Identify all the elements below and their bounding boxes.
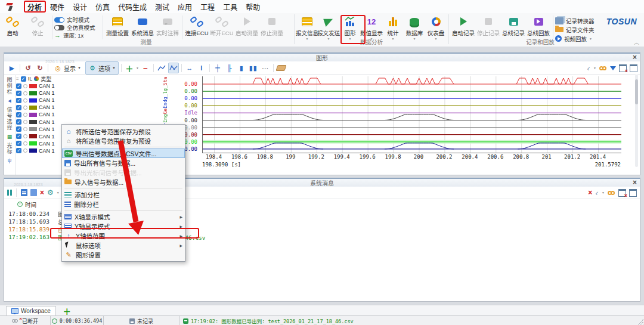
analysis-button-6[interactable]: 仪表盘▼ <box>425 14 447 40</box>
add-signal-button[interactable]: ＋ <box>124 63 135 73</box>
menu-item-15[interactable]: ✎图形设置 <box>62 250 185 259</box>
analysis-button-5[interactable]: 数据库▼ <box>404 14 425 40</box>
redo-icon[interactable]: ↻ <box>35 63 45 73</box>
signal-row-7[interactable]: ✓CAN 1 <box>15 133 66 140</box>
checkbox-checked-icon[interactable]: ✓ <box>16 112 21 117</box>
filter-icon[interactable] <box>610 66 616 70</box>
bus-replay-button[interactable]: 总线回放 <box>526 14 551 37</box>
system-message-button[interactable]: 系统消息 <box>130 14 155 37</box>
signal-plot[interactable] <box>202 76 621 153</box>
display-dropdown[interactable]: ◎ 显示 ▼ <box>51 61 84 75</box>
start-button[interactable]: 启动 <box>0 14 25 37</box>
clear-log-icon[interactable]: × <box>40 188 44 197</box>
checkbox-unchecked-icon[interactable] <box>23 113 27 117</box>
spline-mode-icon[interactable] <box>168 63 179 73</box>
dock-window-icon[interactable] <box>629 189 637 197</box>
pan-icon[interactable]: ╟ <box>224 63 235 73</box>
menu-item-9[interactable]: 删除分栏 <box>62 199 185 209</box>
gear-icon[interactable]: ⚙ <box>47 188 54 197</box>
disconnect-ecu-button[interactable]: 断开ECU <box>209 14 234 37</box>
checkbox-unchecked-icon[interactable] <box>23 98 27 103</box>
copy-log-icon[interactable] <box>30 189 37 196</box>
wrench-icon[interactable]: ⌐ <box>593 189 600 196</box>
menu-tab-0[interactable]: 分析 <box>23 0 46 14</box>
menu-tab-6[interactable]: 应用 <box>174 0 196 14</box>
checkbox-unchecked-icon[interactable] <box>23 134 27 138</box>
signal-row-5[interactable]: ✓CAN 1 <box>15 118 66 125</box>
menu-item-4[interactable]: 导出所有信号与数据... <box>62 158 185 168</box>
line-mode-icon[interactable] <box>156 63 167 73</box>
options-dropdown[interactable]: ⚙ 选项 ▼ <box>85 61 119 75</box>
pause-icon[interactable] <box>7 190 12 196</box>
time-column-header[interactable]: 时间 <box>25 200 36 209</box>
checkbox-unchecked-icon[interactable] <box>23 106 27 110</box>
checkbox-unchecked-icon[interactable] <box>23 141 27 146</box>
menu-item-6[interactable]: 导入信号与数据... <box>62 177 185 187</box>
add-workspace-button[interactable]: ＋ <box>63 305 71 317</box>
more-icon[interactable]: ⋯ <box>260 63 271 73</box>
menu-item-0[interactable]: ⌂将所选信号范围保存为预设 <box>62 126 185 136</box>
bus-record-button[interactable]: 总线记录 <box>501 14 526 37</box>
export-log-icon[interactable] <box>21 189 27 196</box>
signal-row-8[interactable]: ✓CAN 1 <box>15 140 66 147</box>
close-window-icon[interactable] <box>618 189 626 197</box>
crosshair-icon[interactable]: ╪ <box>212 63 223 73</box>
measurement-setup-button[interactable]: 测量设置 <box>105 14 130 37</box>
analysis-button-1[interactable]: 报文发送▼ <box>318 14 339 40</box>
checkbox-checked-icon[interactable]: ✓ <box>16 119 21 125</box>
connect-ecu-button[interactable]: 连接ECU <box>184 14 209 37</box>
menu-tab-3[interactable]: 仿真 <box>91 0 114 14</box>
dock-window-icon[interactable] <box>630 64 637 72</box>
wrench-icon[interactable]: ⌐ <box>585 64 592 72</box>
checkbox-checked-icon[interactable]: ✓ <box>16 105 21 110</box>
cursor-1-icon[interactable]: ▮ <box>236 63 247 73</box>
checkbox-checked-icon[interactable]: ✓ <box>16 98 21 103</box>
signal-row-9[interactable]: ✓CAN 1 <box>15 147 66 154</box>
menu-item-5[interactable]: 导出光标间信号与数据... <box>62 168 185 177</box>
menu-tab-7[interactable]: 工程 <box>196 0 219 14</box>
realtime-mode-toggle[interactable]: 实时模式 <box>54 16 101 23</box>
menu-tab-1[interactable]: 硬件 <box>46 0 69 14</box>
signal-row-4[interactable]: ✓CAN 1 <box>15 111 66 118</box>
close-icon[interactable]: × <box>633 179 637 186</box>
signal-row-3[interactable]: ✓CAN 1 <box>15 104 66 111</box>
stop-record-button[interactable]: 停止记录 <box>476 14 501 37</box>
menu-item-11[interactable]: X轴显示模式▶ <box>62 212 185 221</box>
cursor-2-icon[interactable]: ▮▮ <box>248 63 259 73</box>
signal-row-0[interactable]: ✓CAN 1 <box>15 82 66 89</box>
vertical-scrollbar[interactable] <box>635 75 638 167</box>
analysis-button-2[interactable]: 图形▼ <box>339 14 361 40</box>
link-icon[interactable] <box>599 66 607 71</box>
graph-side-tab-2[interactable]: 光标 <box>6 143 14 154</box>
analysis-button-4[interactable]: 统计▼ <box>382 14 404 40</box>
menu-tab-2[interactable]: 设计 <box>69 0 91 14</box>
record-folder-button[interactable]: 记录文件夹 <box>555 26 606 33</box>
stop-button[interactable]: 停止 <box>25 14 50 37</box>
menu-item-8[interactable]: 添加分栏 <box>62 190 185 199</box>
graph-side-tab-1[interactable]: 信号选择 <box>6 107 14 131</box>
analysis-button-0[interactable]: 报文信息▼ <box>296 14 318 40</box>
remove-signal-button[interactable]: − <box>140 63 151 73</box>
menu-tab-5[interactable]: 测试 <box>151 0 174 14</box>
record-converter-button[interactable]: 记录转换器 <box>555 17 606 24</box>
checkbox-checked-icon[interactable]: ✓ <box>16 148 21 153</box>
menu-item-13[interactable]: ↕Y轴值范围▶ <box>62 231 185 240</box>
run-icon[interactable]: ▶ <box>7 63 17 73</box>
checkbox-checked-icon[interactable]: ✓ <box>16 141 21 146</box>
menu-tab-8[interactable]: 工具 <box>219 0 242 14</box>
start-measure-button[interactable]: 启动测量 <box>234 14 259 37</box>
workspace-tab[interactable]: Workspace <box>6 306 56 315</box>
clear-icon[interactable]: × <box>588 188 592 197</box>
fit-vertical-icon[interactable]: I <box>196 63 207 73</box>
menu-item-3[interactable]: 导出信号数据点至CSV文件... <box>62 148 185 158</box>
checkbox-unchecked-icon[interactable] <box>23 84 27 88</box>
close-window-icon[interactable] <box>619 64 627 72</box>
checkbox-checked-icon[interactable]: ✓ <box>16 83 21 89</box>
checkbox-unchecked-icon[interactable] <box>23 148 27 153</box>
resize-grip[interactable] <box>637 319 643 325</box>
checkbox-checked-icon[interactable]: ✓ <box>16 91 21 96</box>
realtime-comment-button[interactable]: 实时注释 <box>155 14 180 37</box>
signal-row-1[interactable]: ✓CAN 1 <box>15 89 66 97</box>
start-record-button[interactable]: 启动记录 <box>451 14 476 37</box>
menu-item-14[interactable]: 鼠标选项▶ <box>62 240 185 250</box>
